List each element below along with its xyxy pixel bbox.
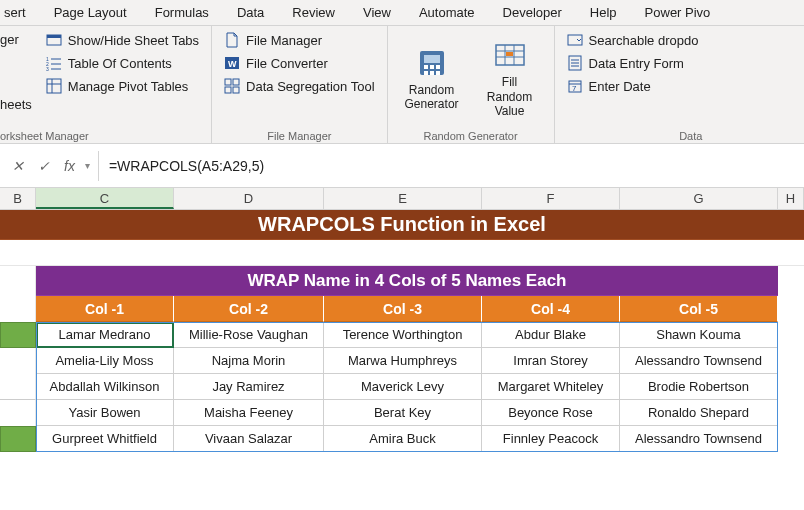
tabs-icon bbox=[46, 32, 62, 48]
btn-data-segregation[interactable]: Data Segregation Tool bbox=[220, 76, 378, 96]
svg-rect-24 bbox=[436, 71, 440, 75]
table-row: Gurpreet Whitfield Vivaan Salazar Amira … bbox=[0, 426, 804, 452]
ribbon-group-worksheet: ger heets Show/Hide Sheet Tabs 123 Table… bbox=[0, 26, 212, 143]
col-header-e[interactable]: E bbox=[324, 188, 482, 209]
group-label-data: Data bbox=[563, 128, 703, 142]
cell[interactable]: Gurpreet Whitfield bbox=[36, 426, 174, 452]
tab-formulas[interactable]: Formulas bbox=[141, 1, 223, 24]
col-header-c[interactable]: C bbox=[36, 188, 174, 209]
btn-searchable-dropdown[interactable]: Searchable dropdo bbox=[563, 30, 703, 50]
cell[interactable]: Najma Morin bbox=[174, 348, 324, 374]
cell[interactable]: Berat Key bbox=[324, 400, 482, 426]
sheet-body[interactable]: WRAPCOLS Function in Excel WRAP Name in … bbox=[0, 210, 804, 452]
form-icon bbox=[567, 55, 583, 71]
formula-dropdown-icon[interactable]: ▾ bbox=[85, 160, 90, 171]
svg-rect-18 bbox=[424, 55, 440, 63]
col-header-h[interactable]: H bbox=[778, 188, 804, 209]
btn-data-entry-form[interactable]: Data Entry Form bbox=[563, 53, 703, 73]
svg-rect-20 bbox=[430, 65, 434, 69]
table-row: Abdallah Wilkinson Jay Ramirez Maverick … bbox=[0, 374, 804, 400]
cell[interactable]: Alessandro Townsend bbox=[620, 348, 778, 374]
ribbon-group-data: Searchable dropdo Data Entry Form 7 Ente… bbox=[555, 26, 711, 143]
btn-file-converter[interactable]: W File Converter bbox=[220, 53, 378, 73]
cell[interactable]: Vivaan Salazar bbox=[174, 426, 324, 452]
cell[interactable]: Brodie Robertson bbox=[620, 374, 778, 400]
cell[interactable]: Beyonce Rose bbox=[482, 400, 620, 426]
svg-rect-8 bbox=[47, 79, 61, 93]
tab-page-layout[interactable]: Page Layout bbox=[40, 1, 141, 24]
calendar-icon: 7 bbox=[567, 78, 583, 94]
sheet-subtitle: WRAP Name in 4 Cols of 5 Names Each bbox=[36, 266, 778, 296]
tab-power-pivot[interactable]: Power Pivo bbox=[631, 1, 725, 24]
tab-review[interactable]: Review bbox=[278, 1, 349, 24]
gap-row bbox=[0, 240, 804, 266]
cell[interactable]: Amelia-Lily Moss bbox=[36, 348, 174, 374]
col-header-2: Col -2 bbox=[174, 296, 324, 322]
svg-rect-19 bbox=[424, 65, 428, 69]
cell[interactable]: Maverick Levy bbox=[324, 374, 482, 400]
formula-cancel-icon[interactable]: ✕ bbox=[8, 158, 28, 174]
cell[interactable]: Jay Ramirez bbox=[174, 374, 324, 400]
btn-file-manager[interactable]: File Manager bbox=[220, 30, 378, 50]
formula-bar: ✕ ✓ fx ▾ =WRAPCOLS(A5:A29,5) bbox=[0, 144, 804, 188]
btn-ger[interactable]: ger bbox=[0, 30, 36, 49]
tab-view[interactable]: View bbox=[349, 1, 405, 24]
btn-fill-random[interactable]: Fill Random Value bbox=[474, 30, 546, 128]
list-icon: 123 bbox=[46, 55, 62, 71]
cell[interactable]: Maisha Feeney bbox=[174, 400, 324, 426]
cell[interactable]: Amira Buck bbox=[324, 426, 482, 452]
cell[interactable]: Ronaldo Shepard bbox=[620, 400, 778, 426]
btn-enter-date[interactable]: 7 Enter Date bbox=[563, 76, 703, 96]
cell[interactable]: Shawn Kouma bbox=[620, 322, 778, 348]
fx-icon[interactable]: fx bbox=[60, 158, 79, 174]
cell[interactable]: Imran Storey bbox=[482, 348, 620, 374]
cell[interactable]: Yasir Bowen bbox=[36, 400, 174, 426]
word-icon: W bbox=[224, 55, 240, 71]
ribbon-tabs: sert Page Layout Formulas Data Review Vi… bbox=[0, 0, 804, 26]
svg-rect-21 bbox=[436, 65, 440, 69]
col-header-b[interactable]: B bbox=[0, 188, 36, 209]
svg-rect-22 bbox=[424, 71, 428, 75]
cell[interactable]: Marwa Humphreys bbox=[324, 348, 482, 374]
cell[interactable]: Margaret Whiteley bbox=[482, 374, 620, 400]
col-header-g[interactable]: G bbox=[620, 188, 778, 209]
tab-help[interactable]: Help bbox=[576, 1, 631, 24]
cell[interactable]: Abdallah Wilkinson bbox=[36, 374, 174, 400]
column-headers: B C D E F G H bbox=[0, 188, 804, 210]
btn-heets[interactable]: heets bbox=[0, 95, 36, 114]
svg-rect-30 bbox=[506, 52, 513, 56]
col-header-5: Col -5 bbox=[620, 296, 778, 322]
tab-insert[interactable]: sert bbox=[4, 1, 40, 24]
formula-accept-icon[interactable]: ✓ bbox=[34, 158, 54, 174]
cell[interactable]: Alessandro Townsend bbox=[620, 426, 778, 452]
ribbon-group-random: Random Generator Fill Random Value Rando… bbox=[388, 26, 555, 143]
cell[interactable]: Millie-Rose Vaughan bbox=[174, 322, 324, 348]
svg-text:7: 7 bbox=[572, 84, 577, 93]
random-gen-icon bbox=[416, 47, 448, 79]
cell[interactable]: Terence Worthington bbox=[324, 322, 482, 348]
group-label-file: File Manager bbox=[220, 128, 378, 142]
cell[interactable]: Abdur Blake bbox=[482, 322, 620, 348]
btn-show-hide-tabs[interactable]: Show/Hide Sheet Tabs bbox=[42, 30, 203, 50]
svg-rect-1 bbox=[47, 35, 61, 38]
segregation-icon bbox=[224, 78, 240, 94]
col-header-f[interactable]: F bbox=[482, 188, 620, 209]
cell[interactable]: Finnley Peacock bbox=[482, 426, 620, 452]
btn-manage-pivot[interactable]: Manage Pivot Tables bbox=[42, 76, 203, 96]
ribbon: ger heets Show/Hide Sheet Tabs 123 Table… bbox=[0, 26, 804, 144]
svg-rect-15 bbox=[225, 87, 231, 93]
group-label-random: Random Generator bbox=[396, 128, 546, 142]
btn-toc[interactable]: 123 Table Of Contents bbox=[42, 53, 203, 73]
formula-input[interactable]: =WRAPCOLS(A5:A29,5) bbox=[99, 158, 804, 174]
table-header-row: Col -1 Col -2 Col -3 Col -4 Col -5 bbox=[0, 296, 804, 322]
file-icon bbox=[224, 32, 240, 48]
col-header-d[interactable]: D bbox=[174, 188, 324, 209]
pivot-icon bbox=[46, 78, 62, 94]
btn-random-generator[interactable]: Random Generator bbox=[396, 30, 468, 128]
tab-automate[interactable]: Automate bbox=[405, 1, 489, 24]
tab-data[interactable]: Data bbox=[223, 1, 278, 24]
tab-developer[interactable]: Developer bbox=[489, 1, 576, 24]
table-row: Yasir Bowen Maisha Feeney Berat Key Beyo… bbox=[0, 400, 804, 426]
cell[interactable]: Lamar Medrano bbox=[36, 322, 174, 348]
dropdown-icon bbox=[567, 32, 583, 48]
